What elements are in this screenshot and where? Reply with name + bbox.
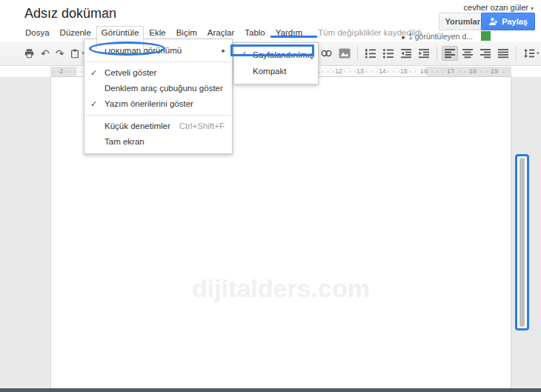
presence-square bbox=[481, 31, 491, 41]
ruler-number: 19 bbox=[491, 67, 498, 75]
line-spacing-icon bbox=[523, 48, 535, 59]
ruler-number: 13 bbox=[356, 67, 364, 75]
watermark: dijitalders.com bbox=[133, 274, 429, 303]
menu-goruntule[interactable]: Görüntüle bbox=[96, 26, 145, 49]
menu-item-label: Denklem araç çubuğunu göster bbox=[104, 84, 223, 93]
menu-dosya[interactable]: Dosya bbox=[20, 26, 55, 40]
view-menu-dropdown: Doküman görünümü ▸ ✓ Cetveli göster Denk… bbox=[84, 39, 233, 154]
menu-item-kucuk-denetimler[interactable]: Küçük denetimler Ctrl+Shift+F bbox=[84, 119, 232, 134]
numbered-list-button[interactable] bbox=[362, 46, 379, 61]
account-menu[interactable]: cevher ozan güler▾ bbox=[464, 3, 534, 12]
print-icon bbox=[24, 48, 35, 59]
chevron-down-icon: ▾ bbox=[537, 50, 540, 56]
menu-yardim[interactable]: Yardım bbox=[270, 26, 308, 40]
comments-label: Yorumlar bbox=[445, 17, 480, 26]
justify-button[interactable] bbox=[495, 46, 511, 61]
image-icon bbox=[339, 48, 351, 59]
doc-title[interactable]: Adsız doküman bbox=[24, 6, 116, 21]
account-name: cevher ozan güler bbox=[464, 3, 528, 12]
check-icon: ✓ bbox=[90, 96, 97, 112]
insert-image-button[interactable] bbox=[336, 46, 353, 61]
expander-icon: ▸ bbox=[402, 33, 405, 41]
submenu-item-kompakt[interactable]: Kompakt bbox=[234, 63, 318, 79]
menu-tablo[interactable]: Tablo bbox=[239, 26, 270, 40]
bulleted-list-button[interactable] bbox=[380, 46, 396, 61]
document-canvas: dijitalders.com bbox=[0, 77, 541, 388]
link-icon bbox=[320, 48, 333, 59]
viewers-indicator[interactable]: ▸1 görüntüleyen d... bbox=[402, 32, 473, 41]
menu-separator bbox=[85, 115, 231, 116]
viewers-text: 1 görüntüleyen d... bbox=[408, 32, 473, 41]
paint-format-icon bbox=[70, 48, 80, 59]
scrollbar-annotation[interactable] bbox=[515, 154, 529, 330]
decrease-indent-button[interactable] bbox=[398, 46, 414, 61]
justify-icon bbox=[497, 48, 509, 59]
redo-icon: ↷ bbox=[56, 48, 64, 59]
menu-item-tam-ekran[interactable]: Tam ekran bbox=[84, 134, 232, 150]
print-button[interactable] bbox=[21, 46, 37, 62]
undo-button[interactable]: ↶ bbox=[39, 46, 52, 61]
scrollbar-thumb[interactable] bbox=[520, 158, 525, 327]
undo-icon: ↶ bbox=[41, 48, 50, 59]
insert-link-button[interactable] bbox=[318, 46, 335, 61]
outdent-icon bbox=[400, 48, 412, 59]
ruler-number: 15 bbox=[400, 67, 408, 75]
align-center-button[interactable] bbox=[459, 46, 476, 61]
align-right-button[interactable] bbox=[477, 46, 494, 61]
bulleted-list-icon bbox=[382, 48, 394, 59]
submenu-item-label: Sayfalandırılmış bbox=[253, 50, 313, 59]
chevron-down-icon: ▾ bbox=[531, 5, 534, 12]
ruler-number: 2 bbox=[59, 67, 63, 75]
menu-separator bbox=[85, 62, 231, 62]
submenu-arrow-icon: ▸ bbox=[222, 43, 225, 59]
submenu-item-sayfalandirilmis[interactable]: ✓ Sayfalandırılmış bbox=[234, 47, 318, 63]
line-spacing-button[interactable]: ▾ bbox=[521, 46, 541, 61]
numbered-list-icon bbox=[365, 48, 376, 59]
indent-icon bbox=[418, 48, 430, 59]
align-right-icon bbox=[479, 48, 491, 59]
align-left-icon bbox=[444, 48, 456, 59]
star-icon[interactable]: ☆ bbox=[104, 7, 114, 19]
menu-item-label: Tam ekran bbox=[104, 137, 145, 146]
submenu-item-label: Kompakt bbox=[253, 67, 286, 76]
align-center-icon bbox=[462, 48, 474, 59]
menu-item-cetveli-goster[interactable]: ✓ Cetveli göster bbox=[84, 65, 232, 81]
align-left-button[interactable] bbox=[442, 46, 458, 61]
check-icon: ✓ bbox=[240, 47, 247, 63]
menu-item-label: Cetveli göster bbox=[104, 68, 156, 77]
share-person-icon bbox=[488, 17, 498, 27]
ruler-number: 18 bbox=[469, 67, 477, 75]
ruler-number: 16 bbox=[420, 67, 428, 75]
menu-item-label: Yazım önerilerini göster bbox=[104, 99, 193, 108]
ruler-number: 12 bbox=[335, 67, 342, 75]
redo-button[interactable]: ↷ bbox=[53, 46, 67, 61]
share-label: Paylaş bbox=[502, 17, 528, 26]
ruler-number: 14 bbox=[379, 67, 386, 75]
annotation-underline bbox=[270, 36, 317, 38]
ruler-number: 17 bbox=[447, 67, 454, 75]
window-bottom-edge bbox=[0, 388, 541, 392]
share-button[interactable]: Paylaş bbox=[481, 13, 535, 30]
menu-item-yazim-onerileri[interactable]: ✓ Yazım önerilerini göster bbox=[84, 96, 232, 112]
menu-shortcut: Ctrl+Shift+F bbox=[179, 119, 225, 134]
document-view-submenu: ✓ Sayfalandırılmış Kompakt bbox=[233, 42, 319, 84]
menu-item-label: Küçük denetimler bbox=[104, 122, 170, 130]
increase-indent-button[interactable] bbox=[416, 46, 432, 61]
menu-item-denklem-arac[interactable]: Denklem araç çubuğunu göster bbox=[84, 81, 232, 96]
check-icon: ✓ bbox=[90, 65, 97, 81]
